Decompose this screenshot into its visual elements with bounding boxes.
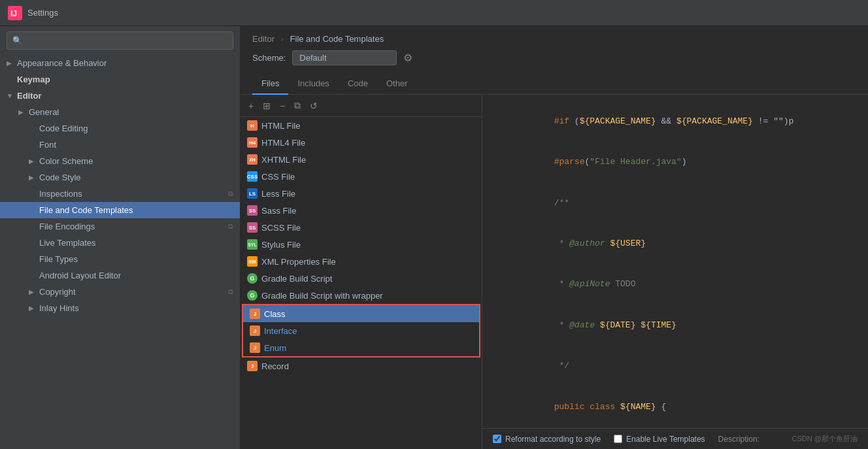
file-item-xhtml[interactable]: XH XHTML File (241, 151, 482, 168)
sidebar-item-copyright[interactable]: ▶ Copyright ⧉ (0, 284, 240, 300)
sidebar-item-inlay-hints[interactable]: ▶ Inlay Hints (0, 300, 240, 316)
copy-icon: ⧉ (228, 190, 233, 198)
add-button[interactable]: + (246, 99, 256, 112)
sidebar-item-keymap[interactable]: Keymap (0, 71, 240, 88)
file-item-label: Record (261, 361, 289, 371)
svg-text:IJ: IJ (10, 9, 17, 18)
code-line-2: #parse("File Header.java") (493, 142, 858, 182)
tab-includes[interactable]: Includes (288, 73, 338, 95)
code-line-4: * @author ${USER} (493, 224, 858, 264)
copy-button[interactable]: ⊞ (260, 99, 273, 112)
sidebar-item-code-style[interactable]: ▶ Code Style (0, 169, 240, 186)
sidebar-item-label: File Encodings (39, 222, 95, 231)
split-panel: + ⊞ − ⧉ ↺ H HTML File H4 HTML4 File (241, 95, 868, 449)
search-input[interactable] (26, 36, 227, 45)
less-file-icon: LS (247, 188, 258, 199)
file-item-gradle[interactable]: G Gradle Build Script (241, 270, 482, 287)
file-item-label: SCSS File (261, 223, 301, 233)
enable-live-checkbox-row: Enable Live Templates (614, 435, 705, 444)
sidebar-item-label: Inspections (39, 189, 82, 199)
file-item-sass[interactable]: SS Sass File (241, 202, 482, 219)
enable-live-checkbox[interactable] (614, 435, 622, 443)
file-item-less[interactable]: LS Less File (241, 185, 482, 202)
file-item-interface[interactable]: J Interface (243, 322, 479, 339)
reformat-label[interactable]: Reformat according to style (505, 435, 601, 444)
sidebar-item-android-layout[interactable]: Android Layout Editor (0, 267, 240, 284)
duplicate-button[interactable]: ⧉ (292, 99, 303, 112)
file-list: H HTML File H4 HTML4 File XH XHTML File … (241, 117, 482, 449)
sidebar-item-live-templates[interactable]: Live Templates (0, 235, 240, 251)
main-layout: 🔍 ▶ Appearance & Behavior Keymap ▼ Edito… (0, 26, 868, 449)
scheme-label: Scheme: (252, 53, 286, 63)
sidebar-item-code-editing[interactable]: Code Editing (0, 120, 240, 137)
html4-file-icon: H4 (247, 137, 258, 148)
tab-files[interactable]: Files (252, 73, 288, 95)
html-file-icon: H (247, 120, 258, 131)
reformat-checkbox-row: Reformat according to style (493, 435, 601, 444)
scheme-select[interactable]: Default Project (292, 50, 397, 65)
file-item-xml-props[interactable]: XM XML Properties File (241, 253, 482, 270)
file-item-label: Stylus File (261, 240, 301, 250)
enable-live-label[interactable]: Enable Live Templates (626, 435, 705, 444)
file-item-html[interactable]: H HTML File (241, 117, 482, 134)
file-item-html4[interactable]: H4 HTML4 File (241, 134, 482, 151)
stylus-file-icon: SYL (247, 239, 258, 250)
file-item-label: Gradle Build Script with wrapper (261, 291, 383, 301)
scss-file-icon: SS (247, 222, 258, 233)
file-item-label: CSS File (261, 172, 295, 182)
java-record-icon: J (247, 361, 258, 371)
file-item-gradle-wrapper[interactable]: G Gradle Build Script with wrapper (241, 287, 482, 304)
code-editor[interactable]: #if (${PACKAGE_NAME} && ${PACKAGE_NAME} … (482, 95, 868, 428)
file-item-label: Sass File (261, 206, 296, 216)
gradle-icon: G (247, 273, 258, 284)
tab-code[interactable]: Code (339, 73, 377, 95)
sidebar-item-label: Appearance & Behavior (17, 58, 107, 68)
breadcrumb-editor: Editor (252, 34, 275, 44)
sidebar-item-label: Android Layout Editor (39, 271, 121, 280)
bottom-bar: Reformat according to style Enable Live … (482, 428, 868, 449)
file-item-label: Gradle Build Script (261, 274, 332, 284)
reformat-checkbox[interactable] (493, 435, 501, 443)
file-item-stylus[interactable]: SYL Stylus File (241, 236, 482, 253)
file-item-scss[interactable]: SS SCSS File (241, 219, 482, 236)
search-bar[interactable]: 🔍 (7, 31, 233, 50)
sidebar-item-label: Font (39, 140, 56, 150)
sidebar-item-file-types[interactable]: File Types (0, 251, 240, 267)
sidebar-item-label: Inlay Hints (39, 303, 79, 313)
remove-button[interactable]: − (277, 99, 288, 112)
code-line-3: /** (493, 183, 858, 224)
code-line-6: * @date ${DATE} ${TIME} (493, 305, 858, 346)
sidebar-item-color-scheme[interactable]: ▶ Color Scheme (0, 153, 240, 169)
gear-icon[interactable]: ⚙ (403, 52, 412, 64)
breadcrumb-separator: › (281, 34, 284, 44)
file-item-css[interactable]: CSS CSS File (241, 168, 482, 185)
expand-arrow: ▶ (29, 174, 37, 181)
breadcrumb-active: File and Code Templates (290, 34, 384, 44)
code-line-1: #if (${PACKAGE_NAME} && ${PACKAGE_NAME} … (493, 101, 858, 142)
sidebar-item-appearance[interactable]: ▶ Appearance & Behavior (0, 55, 240, 71)
expand-arrow: ▼ (7, 92, 14, 99)
file-item-label: Interface (264, 326, 297, 336)
reset-button[interactable]: ↺ (307, 99, 320, 112)
sidebar-item-general[interactable]: ▶ General (0, 104, 240, 120)
sidebar-item-font[interactable]: Font (0, 137, 240, 153)
sidebar-tree: ▶ Appearance & Behavior Keymap ▼ Editor … (0, 55, 240, 449)
tab-other[interactable]: Other (377, 73, 417, 95)
copy-icon: ⧉ (228, 288, 233, 296)
sidebar-item-inspections[interactable]: Inspections ⧉ (0, 186, 240, 202)
file-item-record[interactable]: J Record (241, 358, 482, 374)
xhtml-file-icon: XH (247, 154, 258, 165)
sass-file-icon: SS (247, 205, 258, 216)
app-logo: IJ (8, 6, 22, 20)
sidebar-item-label: Code Style (39, 173, 81, 182)
file-item-class[interactable]: J Class (243, 305, 479, 322)
file-item-enum[interactable]: J Enum (243, 339, 479, 356)
expand-arrow: ▶ (18, 108, 26, 116)
xml-props-icon: XM (247, 256, 258, 267)
java-interface-icon: J (250, 325, 260, 336)
sidebar-item-file-code-templates[interactable]: File and Code Templates (0, 202, 240, 218)
file-item-label: HTML4 File (261, 138, 305, 148)
sidebar-item-file-encodings[interactable]: File Encodings ⧉ (0, 218, 240, 235)
tabs-row: Files Includes Code Other (241, 73, 868, 95)
sidebar-item-editor[interactable]: ▼ Editor (0, 88, 240, 104)
